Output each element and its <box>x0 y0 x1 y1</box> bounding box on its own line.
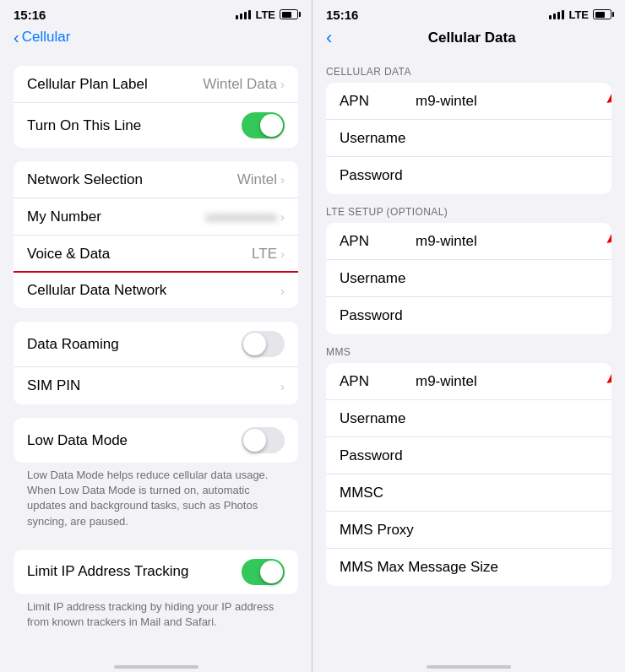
chevron-icon: › <box>280 379 285 393</box>
time-left: 15:16 <box>14 8 46 22</box>
list-item-limit-ip[interactable]: Limit IP Address Tracking <box>14 550 298 594</box>
section-label-lte: LTE SETUP (OPTIONAL) <box>312 194 625 223</box>
label-cellular-data-network: Cellular Data Network <box>27 282 166 299</box>
label-username-2: Username <box>340 270 416 287</box>
signal-icon <box>236 10 251 19</box>
r-item-password-3[interactable]: Password <box>326 437 611 474</box>
list-item-voice-data[interactable]: Voice & Data LTE › <box>14 236 298 273</box>
value-apn-3: m9-wintel <box>416 373 477 390</box>
value-my-number: ●●●●●●●●●● › <box>205 209 285 224</box>
label-apn-3: APN <box>340 373 416 390</box>
r-item-username-3[interactable]: Username <box>326 400 611 437</box>
lte-label-right: LTE <box>568 8 589 21</box>
chevron-icon: › <box>280 209 285 224</box>
status-icons-right: LTE <box>549 8 611 21</box>
left-panel: 15:16 LTE ‹ Cellular Cellular Plan Label <box>0 0 312 672</box>
label-password-3: Password <box>340 447 416 464</box>
list-item-data-roaming[interactable]: Data Roaming <box>14 322 298 367</box>
toggle-data-roaming[interactable] <box>242 331 285 357</box>
r-item-password-2[interactable]: Password <box>326 297 611 334</box>
value-cellular-plan: Wintel Data › <box>203 76 285 93</box>
list-item-low-data-mode[interactable]: Low Data Mode <box>14 418 298 463</box>
footer-low-data: Low Data Mode helps reduce cellular data… <box>0 463 312 536</box>
label-password-2: Password <box>340 307 416 324</box>
label-mms-max: MMS Max Message Size <box>340 559 498 576</box>
nav-bar-left: ‹ Cellular <box>0 27 312 52</box>
section-label-cellular-data: CELLULAR DATA <box>312 54 625 83</box>
home-indicator-left <box>0 655 312 672</box>
back-chevron-icon: ‹ <box>14 29 19 46</box>
list-item-cellular-plan-label[interactable]: Cellular Plan Label Wintel Data › <box>14 66 298 103</box>
battery-icon-left <box>280 9 298 19</box>
label-limit-ip: Limit IP Address Tracking <box>27 563 189 580</box>
r-item-mmsc[interactable]: MMSC <box>326 474 611 512</box>
value-network-selection: Wintel › <box>237 171 285 188</box>
group-roaming: Data Roaming SIM PIN › <box>14 322 298 404</box>
footer-limit-ip: Limit IP address tracking by hiding your… <box>0 594 312 637</box>
section-label-mms: MMS <box>312 334 625 363</box>
group-cellular-data: APN m9-wintel Username Password <box>326 83 611 194</box>
label-mms-proxy: MMS Proxy <box>340 522 416 539</box>
chevron-icon: › <box>280 172 285 187</box>
chevron-icon: › <box>280 247 285 261</box>
chevron-icon: › <box>280 77 285 91</box>
signal-icon-right <box>549 10 564 19</box>
r-item-apn-3[interactable]: APN m9-wintel <box>326 363 611 400</box>
group-mms: APN m9-wintel Username Password <box>326 363 611 586</box>
status-bar-left: 15:16 LTE <box>0 0 312 27</box>
back-button-left[interactable]: ‹ Cellular <box>14 29 70 46</box>
time-right: 15:16 <box>326 8 358 22</box>
red-arrow-1 <box>606 83 611 114</box>
r-item-password-1[interactable]: Password <box>326 157 611 194</box>
toggle-turn-on-line[interactable] <box>242 112 285 138</box>
right-panel: 15:16 LTE ‹ Cellular Data CELLULAR DATA … <box>312 0 625 672</box>
right-scroll: CELLULAR DATA APN m9-wintel Username <box>312 54 625 655</box>
toggle-low-data-mode[interactable] <box>242 427 285 453</box>
r-item-username-1[interactable]: Username <box>326 120 611 157</box>
toggle-limit-ip[interactable] <box>242 559 285 585</box>
group-plan: Cellular Plan Label Wintel Data › Turn O… <box>14 66 298 148</box>
value-apn-2: m9-wintel <box>416 233 477 250</box>
value-voice-data: LTE › <box>252 246 285 263</box>
r-item-mms-proxy[interactable]: MMS Proxy <box>326 512 611 549</box>
label-username-3: Username <box>340 410 416 427</box>
label-password-1: Password <box>340 167 416 184</box>
lte-label-left: LTE <box>255 8 275 21</box>
label-my-number: My Number <box>27 209 101 225</box>
list-item-turn-on-line[interactable]: Turn On This Line <box>14 103 298 148</box>
list-item-network-selection[interactable]: Network Selection Wintel › <box>14 161 298 198</box>
r-item-apn-1[interactable]: APN m9-wintel <box>326 83 611 120</box>
label-turn-on-line: Turn On This Line <box>27 117 141 134</box>
r-item-mms-max[interactable]: MMS Max Message Size <box>326 549 611 586</box>
status-icons-left: LTE <box>236 8 298 21</box>
back-chevron-right[interactable]: ‹ <box>326 29 332 47</box>
label-voice-data: Voice & Data <box>27 246 110 263</box>
list-item-my-number[interactable]: My Number ●●●●●●●●●● › <box>14 198 298 236</box>
group-limit-ip: Limit IP Address Tracking <box>14 550 298 594</box>
label-data-roaming: Data Roaming <box>27 336 119 353</box>
status-bar-right: 15:16 LTE <box>312 0 625 27</box>
page-title-right: Cellular Data <box>332 30 611 46</box>
list-item-cellular-data-network[interactable]: Cellular Data Network › <box>14 271 298 308</box>
red-arrow-2 <box>606 223 611 254</box>
label-mmsc: MMSC <box>340 485 416 501</box>
red-arrow-3 <box>606 363 611 394</box>
group-low-data: Low Data Mode <box>14 418 298 463</box>
r-item-username-2[interactable]: Username <box>326 260 611 297</box>
label-cellular-plan: Cellular Plan Label <box>27 76 148 93</box>
label-apn-2: APN <box>340 233 416 250</box>
label-username-1: Username <box>340 130 416 147</box>
group-network: Network Selection Wintel › My Number ●●●… <box>14 161 298 308</box>
nav-bar-right: ‹ Cellular Data <box>312 27 625 54</box>
label-low-data-mode: Low Data Mode <box>27 432 128 449</box>
value-apn-1: m9-wintel <box>416 93 477 110</box>
chevron-icon: › <box>280 284 285 298</box>
r-item-apn-2[interactable]: APN m9-wintel <box>326 223 611 260</box>
label-sim-pin: SIM PIN <box>27 377 80 394</box>
home-indicator-right <box>312 655 625 672</box>
label-apn-1: APN <box>340 93 416 110</box>
list-item-sim-pin[interactable]: SIM PIN › <box>14 367 298 404</box>
left-scroll: Cellular Plan Label Wintel Data › Turn O… <box>0 52 312 655</box>
value-cellular-data-network: › <box>280 284 285 298</box>
battery-icon-right <box>593 9 611 19</box>
